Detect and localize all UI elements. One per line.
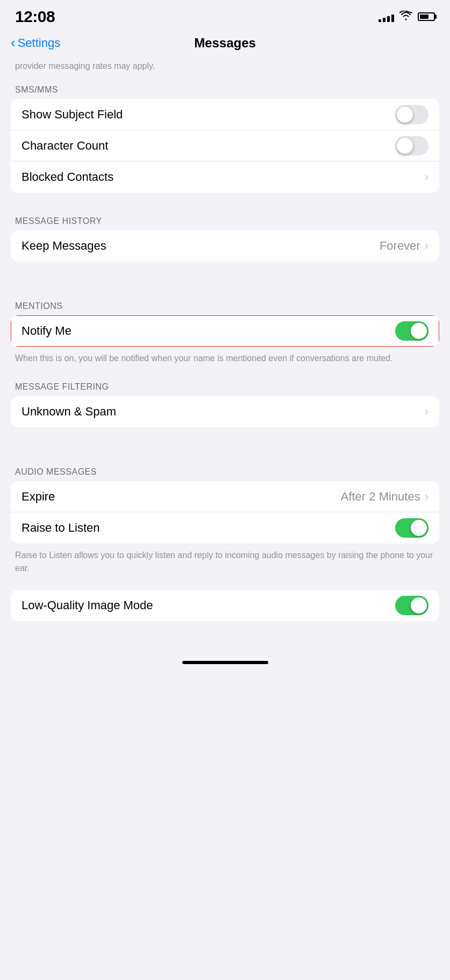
low-quality-image-label: Low-Quality Image Mode <box>22 598 153 612</box>
keep-messages-label: Keep Messages <box>22 239 106 253</box>
mentions-header: MENTIONS <box>0 294 450 315</box>
low-quality-group: Low-Quality Image Mode <box>11 590 439 621</box>
mentions-footer: When this is on, you will be notified wh… <box>0 347 450 375</box>
message-history-header: MESSAGE HISTORY <box>0 209 450 230</box>
keep-messages-chevron-icon: › <box>425 239 428 253</box>
unknown-spam-row[interactable]: Unknown & Spam › <box>11 396 439 427</box>
message-history-group: Keep Messages Forever › <box>11 230 439 262</box>
back-button[interactable]: ‹ Settings <box>11 36 60 50</box>
signal-icon <box>378 11 394 22</box>
top-partial-text: provider messaging rates may apply. <box>0 58 450 77</box>
blocked-contacts-chevron-icon: › <box>425 170 428 184</box>
expire-label: Expire <box>22 490 55 504</box>
keep-messages-row[interactable]: Keep Messages Forever › <box>11 230 439 262</box>
raise-to-listen-label: Raise to Listen <box>22 521 100 535</box>
show-subject-field-label: Show Subject Field <box>22 108 123 122</box>
audio-messages-header: AUDIO MESSAGES <box>0 460 450 481</box>
notify-me-row: Notify Me <box>11 315 439 347</box>
low-quality-image-toggle[interactable] <box>395 596 428 615</box>
show-subject-field-toggle[interactable] <box>395 105 428 124</box>
audio-messages-footer: Raise to Listen allows you to quickly li… <box>0 544 450 584</box>
wifi-icon <box>399 11 412 23</box>
blocked-contacts-row[interactable]: Blocked Contacts › <box>11 161 439 193</box>
expire-chevron-icon: › <box>425 490 428 504</box>
character-count-toggle[interactable] <box>395 136 428 156</box>
raise-to-listen-toggle[interactable] <box>395 518 428 538</box>
status-bar: 12:08 <box>0 0 450 30</box>
blocked-contacts-label: Blocked Contacts <box>22 170 113 184</box>
raise-to-listen-row: Raise to Listen <box>11 512 439 544</box>
show-subject-field-row: Show Subject Field <box>11 99 439 130</box>
message-filtering-header: MESSAGE FILTERING <box>0 375 450 396</box>
status-icons <box>378 11 435 23</box>
back-chevron-icon: ‹ <box>11 36 16 50</box>
mentions-group: Notify Me <box>11 315 439 347</box>
back-label: Settings <box>18 36 61 50</box>
keep-messages-value: Forever <box>380 239 420 253</box>
unknown-spam-chevron-icon: › <box>425 405 428 419</box>
nav-bar: ‹ Settings Messages <box>0 30 450 58</box>
expire-value: After 2 Minutes <box>341 490 420 504</box>
notify-me-toggle[interactable] <box>395 321 428 341</box>
expire-row[interactable]: Expire After 2 Minutes › <box>11 481 439 512</box>
character-count-row: Character Count <box>11 130 439 161</box>
sms-mms-group: Show Subject Field Character Count Block… <box>11 99 439 193</box>
home-indicator <box>0 653 450 668</box>
status-time: 12:08 <box>15 8 55 26</box>
low-quality-image-row: Low-Quality Image Mode <box>11 590 439 621</box>
notify-me-label: Notify Me <box>22 324 72 338</box>
message-filtering-group: Unknown & Spam › <box>11 396 439 427</box>
character-count-label: Character Count <box>22 139 108 153</box>
battery-icon <box>418 12 435 21</box>
page-title: Messages <box>194 36 256 51</box>
unknown-spam-label: Unknown & Spam <box>22 405 116 419</box>
audio-messages-group: Expire After 2 Minutes › Raise to Listen <box>11 481 439 544</box>
sms-mms-header: SMS/MMS <box>0 77 450 99</box>
